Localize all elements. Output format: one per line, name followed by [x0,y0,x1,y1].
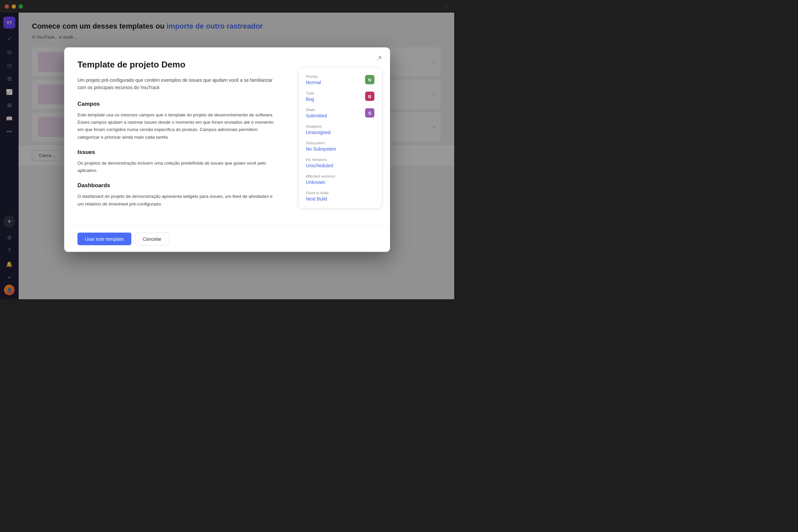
use-template-button[interactable]: Usar este template [77,232,131,245]
priority-field-row: Priority Normal N [306,75,374,85]
issues-text: Os projetos de demonstração incluem uma … [77,159,277,174]
fields-card: Priority Normal N Type Bug B [298,68,382,208]
state-badge: S [365,108,374,118]
fix-versions-label: Fix Versions [306,158,374,162]
state-value: Submitted [306,113,327,118]
template-modal: × Template de projeto Demo Um projeto pr… [64,48,390,252]
campos-heading: Campos [77,100,277,107]
arrow-decoration: → [298,57,382,62]
fixed-in-build-field-row: Fixed in build Next Build [306,191,374,202]
dashboards-text: O dashboard do projeto de demonstração a… [77,193,277,208]
type-value: Bug [306,96,314,102]
priority-label: Priority [306,75,321,78]
subsystem-field-row: Subsystem No Subsystem [306,141,374,152]
fixed-in-build-label: Fixed in build [306,191,374,195]
affected-versions-field-row: Affected versions Unknown [306,174,374,185]
modal-footer: Usar este template Cancelar [64,225,390,252]
priority-badge: N [365,75,374,84]
modal-right-panel: → Priority Normal N [290,48,390,226]
fix-versions-value: Unscheduled [306,163,374,168]
campos-text: Este template usa os mesmos campos que o… [77,111,277,141]
subsystem-label: Subsystem [306,141,374,145]
type-badge: B [365,92,374,101]
priority-value: Normal [306,80,321,85]
type-label: Type [306,91,314,95]
dashboards-heading: Dashboards [77,182,277,189]
state-label: State [306,108,327,112]
fix-versions-field-row: Fix Versions Unscheduled [306,158,374,168]
assignee-field-row: Assignee Unassigned [306,125,374,135]
affected-versions-label: Affected versions [306,174,374,178]
cancel-button[interactable]: Cancelar [135,232,169,245]
modal-intro-text: Um projeto pré-configurado que contém ex… [77,76,277,92]
assignee-value: Unassigned [306,130,374,135]
modal-close-button[interactable]: × [375,53,385,62]
fixed-in-build-value: Next Build [306,196,374,202]
state-field-row: State Submitted S [306,108,374,118]
issues-heading: Issues [77,149,277,155]
modal-body: Template de projeto Demo Um projeto pré-… [64,48,390,226]
type-field-row: Type Bug B [306,91,374,102]
assignee-label: Assignee [306,125,374,128]
modal-title: Template de projeto Demo [77,59,277,70]
affected-versions-value: Unknown [306,179,374,185]
subsystem-value: No Subsystem [306,146,374,152]
modal-left-panel: Template de projeto Demo Um projeto pré-… [64,48,290,226]
